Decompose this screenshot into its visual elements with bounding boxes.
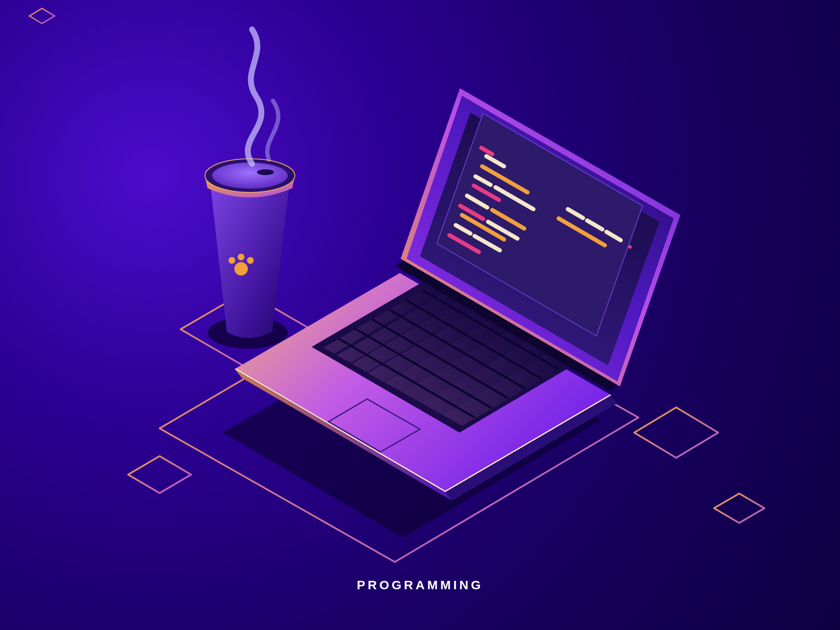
svg-point-9 xyxy=(212,163,288,189)
svg-point-10 xyxy=(257,169,274,175)
accent-square-top-left xyxy=(29,8,55,24)
svg-point-12 xyxy=(228,257,235,264)
steam-icon xyxy=(248,29,278,164)
svg-point-11 xyxy=(234,262,248,276)
svg-marker-4 xyxy=(714,494,764,523)
accent-diamond-left xyxy=(128,456,191,493)
accent-diamond-far-right xyxy=(714,494,764,523)
coffee-cup xyxy=(205,29,295,338)
svg-marker-0 xyxy=(29,8,55,24)
svg-marker-5 xyxy=(128,456,191,493)
svg-point-13 xyxy=(238,254,244,260)
svg-point-14 xyxy=(247,257,254,264)
illustration-stage: PROGRAMMING xyxy=(0,0,840,630)
accent-diamond-right xyxy=(634,407,718,458)
svg-marker-3 xyxy=(634,407,718,458)
svg-point-58 xyxy=(628,245,632,249)
isometric-scene xyxy=(0,0,840,630)
caption-text: PROGRAMMING xyxy=(357,578,483,592)
